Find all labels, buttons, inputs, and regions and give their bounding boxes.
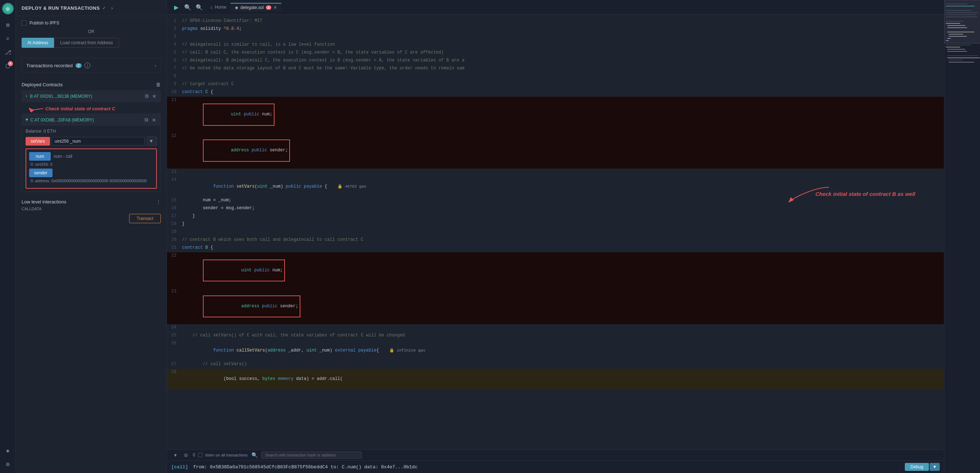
code-line-7: 7 // be noted the data storage layout of… bbox=[167, 65, 944, 73]
code-line-12: 12 address public sender; bbox=[167, 133, 944, 168]
contract-b-row: › B AT 0XD91...39138 (MEMORY) ⧉ ✕ bbox=[22, 90, 161, 102]
contract-c-header: ▼ C AT 0XD8B...33FA8 (MEMORY) ⧉ ✕ bbox=[22, 114, 161, 126]
play-button[interactable]: ▶ bbox=[171, 2, 181, 12]
files-icon-btn[interactable]: ⊞ bbox=[2, 19, 14, 31]
console-search-input[interactable] bbox=[261, 451, 362, 459]
console-collapse-btn[interactable]: ▾ bbox=[171, 451, 179, 459]
svg-rect-21 bbox=[946, 47, 960, 48]
tab-file-badge: 4 bbox=[266, 5, 271, 10]
sender-row: sender bbox=[29, 168, 153, 177]
contract-b-close-btn[interactable]: ✕ bbox=[151, 93, 157, 100]
setvars-row: setVars ▼ bbox=[25, 137, 157, 146]
home-icon: ⌂ bbox=[210, 5, 213, 10]
deployed-label: Deployed Contracts bbox=[22, 82, 63, 87]
tab-file-label: delegate.sol bbox=[240, 5, 264, 10]
tab-close-btn[interactable]: ✕ bbox=[274, 5, 277, 10]
code-line-16: 16 sender = msg.sender; bbox=[167, 205, 944, 213]
sender-button[interactable]: sender bbox=[29, 168, 52, 177]
top-toolbar: ▶ 🔍 🔍 ⌂ Home ◈ delegate.sol 4 ✕ bbox=[167, 0, 944, 15]
address-buttons: At Address Load contract from Address bbox=[22, 38, 161, 48]
code-editor[interactable]: 1 // SPDX-License-Identifier: MIT 2 prag… bbox=[167, 15, 944, 449]
svg-rect-20 bbox=[946, 44, 971, 45]
tab-home[interactable]: ⌂ Home bbox=[206, 3, 231, 11]
home-label: Home bbox=[215, 5, 226, 10]
setvars-dropdown-btn[interactable]: ▼ bbox=[146, 137, 157, 146]
transactions-section-wrapper: Transactions recorded 2 i › bbox=[16, 58, 167, 82]
chevron-right-icon[interactable]: › bbox=[155, 63, 156, 68]
load-contract-button[interactable]: Load contract from Address bbox=[54, 38, 119, 48]
contract-b-expand-icon[interactable]: › bbox=[25, 94, 28, 99]
debug-button[interactable]: Debug bbox=[905, 463, 929, 471]
low-level-menu-icon[interactable]: ⋮ bbox=[156, 199, 161, 205]
tab-file[interactable]: ◈ delegate.sol 4 ✕ bbox=[231, 3, 282, 11]
sender-result: 0: address: 0x000000000000000000000000 0… bbox=[30, 179, 153, 183]
console-toolbar: ▾ ⊘ 0 listen on all transactions 🔍 bbox=[171, 451, 362, 459]
console-clear-btn[interactable]: ⊘ bbox=[182, 451, 190, 459]
tab-bar: ⌂ Home ◈ delegate.sol 4 ✕ bbox=[206, 3, 282, 11]
svg-rect-22 bbox=[947, 49, 965, 49]
code-line-2: 2 pragma solidity ^0.8.4; bbox=[167, 25, 944, 33]
svg-rect-26 bbox=[947, 57, 980, 58]
trash-icon[interactable]: 🗑 bbox=[156, 82, 161, 87]
search-icon-btn[interactable]: ⌕ bbox=[2, 33, 14, 44]
transact-button[interactable]: Transact bbox=[129, 214, 161, 223]
red-box: num num - call 0: uint256: 0 sender 0: a… bbox=[25, 148, 157, 189]
num-desc: num - call bbox=[54, 154, 72, 159]
code-line-26: 26 function callSetVars(address _addr, u… bbox=[167, 340, 944, 361]
deploy-icon-btn[interactable]: ⬡ 4 bbox=[2, 60, 14, 72]
code-line-6: 6 // delegatecall: B delegatecall C, the… bbox=[167, 57, 944, 65]
svg-rect-29 bbox=[944, 0, 980, 43]
panel-title: DEPLOY & RUN TRANSACTIONS bbox=[22, 5, 100, 11]
transactions-section: Transactions recorded 2 i › bbox=[22, 58, 161, 73]
debug-dropdown-btn[interactable]: ▼ bbox=[930, 463, 940, 471]
deployed-header: Deployed Contracts 🗑 bbox=[22, 82, 161, 87]
transactions-count: 2 bbox=[76, 63, 82, 68]
deploy-badge: 4 bbox=[8, 61, 13, 66]
or-divider: OR bbox=[22, 29, 161, 34]
publish-checkbox[interactable] bbox=[22, 21, 27, 25]
num-button[interactable]: num bbox=[29, 152, 51, 161]
at-address-button[interactable]: At Address bbox=[22, 38, 54, 48]
transactions-header: Transactions recorded 2 i › bbox=[26, 62, 156, 68]
code-line-27: 27 // call setVars() bbox=[167, 361, 944, 369]
zoom-out-btn[interactable]: 🔍 bbox=[194, 2, 204, 12]
contract-c-copy-btn[interactable]: ⧉ bbox=[144, 116, 149, 124]
debug-actions: Debug ▼ bbox=[905, 463, 940, 471]
icon-bar: ◎ ⊞ ⌕ ⎇ ⬡ 4 ◈ ⚙ bbox=[0, 0, 16, 473]
listen-checkbox[interactable] bbox=[198, 453, 202, 457]
annotation-c: Check initial state of contract C bbox=[22, 103, 161, 114]
contract-c-expand-icon[interactable]: ▼ bbox=[25, 117, 28, 122]
contract-b-item: › B AT 0XD91...39138 (MEMORY) ⧉ ✕ bbox=[22, 90, 161, 102]
svg-rect-23 bbox=[947, 51, 967, 52]
svg-rect-28 bbox=[949, 62, 974, 62]
annotation-c-arrow-icon bbox=[29, 105, 43, 112]
git-icon-btn[interactable]: ⎇ bbox=[2, 47, 14, 58]
balance-row: Balance: 0 ETH bbox=[25, 129, 157, 134]
contract-b-copy-btn[interactable]: ⧉ bbox=[144, 92, 149, 100]
setvars-input[interactable] bbox=[51, 137, 145, 146]
panel-header: DEPLOY & RUN TRANSACTIONS ✓ › bbox=[16, 0, 167, 16]
contract-c-close-btn[interactable]: ✕ bbox=[151, 116, 157, 124]
setvars-button[interactable]: setVars bbox=[25, 137, 50, 146]
code-line-9: 9 // target contract C bbox=[167, 81, 944, 89]
console-count: 0 bbox=[193, 452, 195, 457]
code-line-5: 5 // call: B call C, the execution conte… bbox=[167, 49, 944, 57]
minimap bbox=[944, 0, 980, 473]
code-line-24: 24 bbox=[167, 324, 944, 332]
code-line-28: 28 (bool success, bytes memory data) = a… bbox=[167, 369, 944, 390]
code-line-11: 11 uint public num; bbox=[167, 97, 944, 133]
console-log: [call] from: 0x5B38Da6a701c568545dCfcB03… bbox=[171, 464, 418, 470]
zoom-in-btn[interactable]: 🔍 bbox=[183, 2, 193, 12]
checkmark-icon: ✓ bbox=[103, 5, 105, 11]
panel-arrow-btn[interactable]: › bbox=[108, 4, 116, 11]
listen-label: listen on all transactions bbox=[205, 453, 248, 457]
code-line-17: 17 } bbox=[167, 213, 944, 221]
console-search-icon[interactable]: 🔍 bbox=[250, 451, 258, 459]
publish-row: Publish to IPFS bbox=[22, 21, 161, 25]
settings-icon-btn[interactable]: ⚙ bbox=[2, 459, 14, 470]
plugin-icon-btn[interactable]: ◈ bbox=[2, 445, 14, 457]
panel-content: Publish to IPFS OR At Address Load contr… bbox=[16, 16, 167, 58]
code-line-15: 15 num = _num; bbox=[167, 197, 944, 205]
code-line-20: 20 // contract B which uses both call an… bbox=[167, 236, 944, 244]
info-icon[interactable]: i bbox=[84, 62, 90, 68]
